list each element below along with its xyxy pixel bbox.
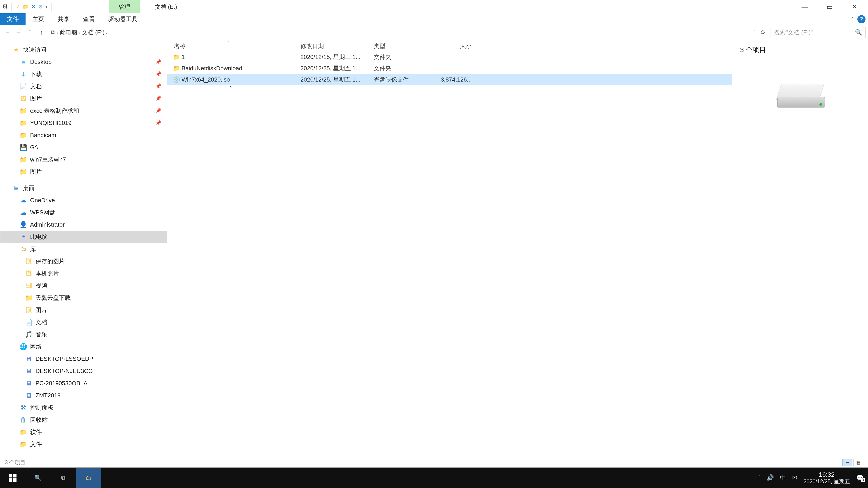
nav-desktop[interactable]: 🖥Desktop📌 <box>0 56 167 68</box>
tray-action-center-icon[interactable]: 💬3 <box>856 474 864 481</box>
nav-up-button[interactable]: ↑ <box>36 29 46 36</box>
breadcrumb-location[interactable]: 文档 (E:) <box>82 29 105 36</box>
nav-onedrive[interactable]: ☁OneDrive <box>0 194 167 206</box>
nav-files[interactable]: 📁文件 <box>0 438 167 450</box>
nav-libraries[interactable]: 🗂库 <box>0 243 167 255</box>
nav-desktop-root[interactable]: 🖥桌面 <box>0 182 167 194</box>
nav-pc3[interactable]: 🖥PC-20190530OBLA <box>0 377 167 389</box>
tray-overflow-icon[interactable]: ˆ <box>758 474 760 481</box>
breadcrumb-thispc[interactable]: 此电脑 <box>60 29 77 36</box>
maximize-button[interactable]: ▭ <box>817 0 842 13</box>
tab-drive-tools[interactable]: 驱动器工具 <box>101 13 145 25</box>
tray-sound-icon[interactable]: 🔊 <box>767 474 774 481</box>
file-list[interactable]: 名称ˆ 修改日期 类型 大小 📁1 2020/12/15, 星期二 1... 文… <box>167 40 732 457</box>
nav-recycle-bin[interactable]: 🗑回收站 <box>0 414 167 426</box>
ribbon-context-tab[interactable]: 管理 <box>110 0 140 13</box>
nav-excel-folder[interactable]: 📁excel表格制作求和📌 <box>0 105 167 117</box>
taskbar-explorer-button[interactable]: 🗂 <box>76 468 101 488</box>
qat-picture-icon[interactable]: 🖼 <box>2 4 7 10</box>
col-size[interactable]: 大小 <box>434 42 473 50</box>
nav-pc2[interactable]: 🖥DESKTOP-NJEU3CG <box>0 365 167 377</box>
file-row[interactable]: 📁1 2020/12/15, 星期二 1... 文件夹 <box>167 51 732 63</box>
nav-tianyi[interactable]: 📁天翼云盘下载 <box>0 292 167 304</box>
nav-gdrive[interactable]: 💾G:\ <box>0 141 167 153</box>
system-tray[interactable]: ˆ 🔊 中 ✉ 16:32 2020/12/25, 星期五 💬3 <box>758 471 868 485</box>
pin-icon: 📌 <box>155 84 161 89</box>
nav-quick-access[interactable]: ★快速访问 <box>0 43 167 56</box>
folder-icon: 📁 <box>174 54 182 61</box>
nav-control-panel[interactable]: 🛠控制面板 <box>0 401 167 414</box>
nav-saved-pictures[interactable]: 🖼保存的图片 <box>0 255 167 267</box>
view-details-button[interactable]: ☰ <box>842 459 852 466</box>
nav-software[interactable]: 📁软件 <box>0 426 167 438</box>
status-bar: 3 个项目 ☰ ▦ <box>0 457 868 467</box>
taskbar-clock[interactable]: 16:32 2020/12/25, 星期五 <box>804 471 850 485</box>
col-name[interactable]: 名称ˆ <box>167 42 301 50</box>
nav-wps[interactable]: ☁WPS网盘 <box>0 206 167 219</box>
search-input[interactable]: 搜索"文档 (E:)" 🔍 <box>771 27 866 38</box>
tray-mail-icon[interactable]: ✉ <box>792 474 797 481</box>
nav-this-pc[interactable]: 🖥此电脑 <box>0 231 167 243</box>
nav-pictures3[interactable]: 🖼图片 <box>0 304 167 316</box>
nav-bandicam[interactable]: 📁Bandicam <box>0 129 167 141</box>
nav-pc4[interactable]: 🖥ZMT2019 <box>0 389 167 401</box>
nav-yunqishi[interactable]: 📁YUNQISHI2019📌 <box>0 117 167 129</box>
qat-close-icon[interactable]: ✕ <box>31 4 35 10</box>
refresh-button[interactable]: ⟳ <box>757 29 769 36</box>
file-row[interactable]: 📁BaiduNetdiskDownload 2020/12/25, 星期五 1.… <box>167 63 732 74</box>
nav-videos[interactable]: 🎞视频 <box>0 280 167 292</box>
nav-win7[interactable]: 📁win7重装win7 <box>0 153 167 166</box>
nav-documents3[interactable]: 📄文档 <box>0 316 167 328</box>
chevron-right-icon: › <box>79 30 80 35</box>
tab-share[interactable]: 共享 <box>51 13 76 25</box>
file-row-selected[interactable]: 💿Win7x64_2020.iso 2020/12/25, 星期五 1... 光… <box>167 74 732 85</box>
nav-documents[interactable]: 📄文档📌 <box>0 80 167 92</box>
svg-rect-0 <box>9 474 12 477</box>
taskbar[interactable]: 🔍 ⧉ 🗂 ˆ 🔊 中 ✉ 16:32 2020/12/25, 星期五 💬3 <box>0 468 868 488</box>
col-type[interactable]: 类型 <box>374 42 434 50</box>
navigation-pane[interactable]: ★快速访问 🖥Desktop📌 ⬇下载📌 📄文档📌 🖼图片📌 📁excel表格制… <box>0 40 167 457</box>
nav-pictures[interactable]: 🖼图片📌 <box>0 92 167 105</box>
start-button[interactable] <box>0 468 25 488</box>
qat-gear-icon[interactable]: ⚙ <box>38 4 43 10</box>
col-date[interactable]: 修改日期 <box>301 42 374 50</box>
iso-file-icon: 💿 <box>174 76 182 83</box>
pin-icon: 📌 <box>155 108 161 113</box>
nav-back-button[interactable]: ← <box>2 29 12 36</box>
nav-music[interactable]: 🎵音乐 <box>0 328 167 340</box>
help-button[interactable]: ? <box>857 15 866 23</box>
close-button[interactable]: ✕ <box>842 0 867 13</box>
nav-network[interactable]: 🌐网络 <box>0 340 167 353</box>
nav-pc1[interactable]: 🖥DESKTOP-LSSOEDP <box>0 353 167 365</box>
qat-folder-icon[interactable]: 📁 <box>23 4 29 10</box>
tab-file[interactable]: 文件 <box>0 13 26 25</box>
tab-view[interactable]: 查看 <box>76 13 101 25</box>
preview-pane: 3 个项目 <box>732 40 868 457</box>
taskbar-taskview-button[interactable]: ⧉ <box>51 468 76 488</box>
qat-dropdown-icon[interactable]: ▾ <box>45 4 48 9</box>
svg-rect-2 <box>9 478 12 482</box>
nav-forward-button[interactable]: → <box>14 29 24 36</box>
tray-ime-icon[interactable]: 中 <box>780 474 786 482</box>
ribbon-collapse-caret[interactable]: ˇ <box>851 16 853 22</box>
minimize-button[interactable]: — <box>792 0 817 13</box>
sort-asc-icon: ˆ <box>228 41 229 46</box>
breadcrumb[interactable]: 🖥 › 此电脑 › 文档 (E:) › <box>48 29 753 36</box>
nav-downloads[interactable]: ⬇下载📌 <box>0 68 167 80</box>
column-headers[interactable]: 名称ˆ 修改日期 类型 大小 <box>167 41 732 51</box>
svg-rect-1 <box>13 474 17 477</box>
chevron-right-icon: › <box>106 30 107 35</box>
nav-history-dropdown[interactable]: ˇ <box>25 30 35 35</box>
taskbar-search-button[interactable]: 🔍 <box>25 468 51 488</box>
ribbon: 文件 主页 共享 查看 驱动器工具 ˇ ? <box>0 13 868 25</box>
view-large-button[interactable]: ▦ <box>853 459 863 466</box>
nav-pictures2[interactable]: 📁图片 <box>0 166 167 178</box>
address-bar: ← → ˇ ↑ 🖥 › 此电脑 › 文档 (E:) › ˇ ⟳ 搜索"文档 (E… <box>0 25 868 40</box>
nav-admin[interactable]: 👤Administrator <box>0 219 167 231</box>
qat-checkbox-icon[interactable]: ✓ <box>16 4 20 10</box>
search-placeholder: 搜索"文档 (E:)" <box>774 29 813 36</box>
address-dropdown[interactable]: ˇ <box>754 30 756 35</box>
nav-local-photos[interactable]: 🖼本机照片 <box>0 267 167 280</box>
tab-home[interactable]: 主页 <box>26 13 51 25</box>
pin-icon: 📌 <box>155 120 161 126</box>
